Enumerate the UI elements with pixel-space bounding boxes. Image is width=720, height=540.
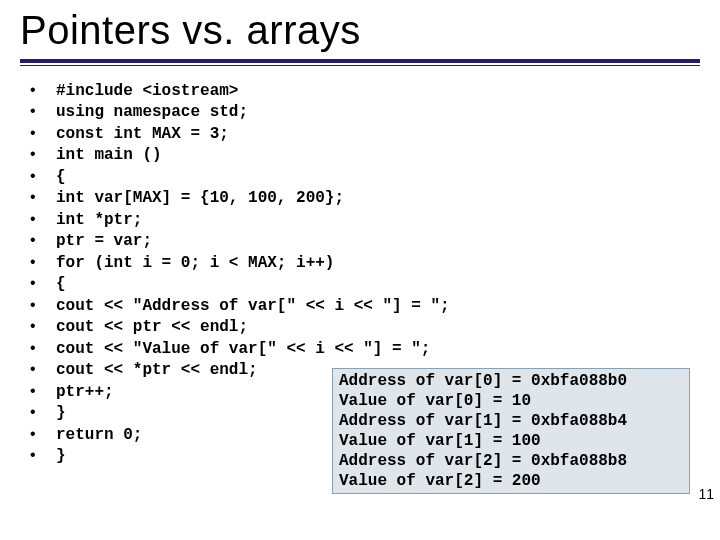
code-text: #include <iostream> bbox=[56, 81, 238, 101]
output-list: Address of var[0] = 0xbfa088b0Value of v… bbox=[339, 371, 683, 491]
code-text: cout << ptr << endl; bbox=[56, 317, 248, 337]
page-number: 11 bbox=[698, 486, 714, 502]
code-text: { bbox=[56, 274, 66, 294]
code-row: •int *ptr; bbox=[30, 209, 690, 230]
bullet-icon: • bbox=[30, 230, 56, 250]
output-line: Value of var[1] = 100 bbox=[339, 431, 683, 451]
code-text: int main () bbox=[56, 145, 162, 165]
code-row: •{ bbox=[30, 166, 690, 187]
title-wrap: Pointers vs. arrays bbox=[0, 0, 720, 53]
code-text: using namespace std; bbox=[56, 102, 248, 122]
code-row: •ptr = var; bbox=[30, 230, 690, 251]
bullet-icon: • bbox=[30, 338, 56, 358]
code-text: } bbox=[56, 403, 66, 423]
bullet-icon: • bbox=[30, 359, 56, 379]
code-row: •#include <iostream> bbox=[30, 80, 690, 101]
code-text: return 0; bbox=[56, 425, 142, 445]
code-text: const int MAX = 3; bbox=[56, 124, 229, 144]
bullet-icon: • bbox=[30, 381, 56, 401]
code-text: int *ptr; bbox=[56, 210, 142, 230]
code-text: cout << *ptr << endl; bbox=[56, 360, 258, 380]
code-row: •int main () bbox=[30, 144, 690, 165]
code-text: cout << "Address of var[" << i << "] = "… bbox=[56, 296, 450, 316]
code-text: cout << "Value of var[" << i << "] = "; bbox=[56, 339, 430, 359]
bullet-icon: • bbox=[30, 424, 56, 444]
bullet-icon: • bbox=[30, 123, 56, 143]
code-text: { bbox=[56, 167, 66, 187]
code-text: } bbox=[56, 446, 66, 466]
bullet-icon: • bbox=[30, 316, 56, 336]
title-underline-thick bbox=[20, 59, 700, 63]
bullet-icon: • bbox=[30, 101, 56, 121]
output-box: Address of var[0] = 0xbfa088b0Value of v… bbox=[332, 368, 690, 494]
bullet-icon: • bbox=[30, 209, 56, 229]
code-text: ptr++; bbox=[56, 382, 114, 402]
bullet-icon: • bbox=[30, 445, 56, 465]
bullet-icon: • bbox=[30, 295, 56, 315]
slide-title: Pointers vs. arrays bbox=[20, 8, 700, 53]
code-row: •for (int i = 0; i < MAX; i++) bbox=[30, 252, 690, 273]
bullet-icon: • bbox=[30, 252, 56, 272]
output-line: Address of var[2] = 0xbfa088b8 bbox=[339, 451, 683, 471]
code-row: •int var[MAX] = {10, 100, 200}; bbox=[30, 187, 690, 208]
code-row: •using namespace std; bbox=[30, 101, 690, 122]
bullet-icon: • bbox=[30, 402, 56, 422]
bullet-icon: • bbox=[30, 80, 56, 100]
output-line: Address of var[0] = 0xbfa088b0 bbox=[339, 371, 683, 391]
code-row: •cout << ptr << endl; bbox=[30, 316, 690, 337]
code-text: ptr = var; bbox=[56, 231, 152, 251]
code-row: •const int MAX = 3; bbox=[30, 123, 690, 144]
bullet-icon: • bbox=[30, 144, 56, 164]
output-line: Address of var[1] = 0xbfa088b4 bbox=[339, 411, 683, 431]
code-row: •{ bbox=[30, 273, 690, 294]
output-line: Value of var[2] = 200 bbox=[339, 471, 683, 491]
code-row: •cout << "Address of var[" << i << "] = … bbox=[30, 295, 690, 316]
code-text: for (int i = 0; i < MAX; i++) bbox=[56, 253, 334, 273]
bullet-icon: • bbox=[30, 273, 56, 293]
code-row: •cout << "Value of var[" << i << "] = "; bbox=[30, 338, 690, 359]
bullet-icon: • bbox=[30, 166, 56, 186]
code-text: int var[MAX] = {10, 100, 200}; bbox=[56, 188, 344, 208]
output-line: Value of var[0] = 10 bbox=[339, 391, 683, 411]
bullet-icon: • bbox=[30, 187, 56, 207]
